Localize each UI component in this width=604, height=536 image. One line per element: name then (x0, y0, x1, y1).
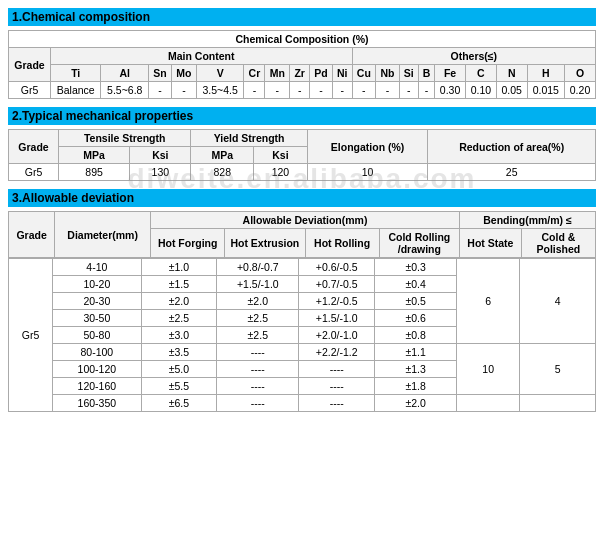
dev-hotroll-1: +0.7/-0.5 (299, 276, 375, 293)
hot-extrusion-header: Hot Extrusion (225, 229, 305, 258)
mech-reduction: 25 (428, 164, 596, 181)
dev-grade-cell: Gr5 (9, 259, 53, 412)
si-header: Si (399, 65, 418, 82)
dev-diameter-8: 160-350 (53, 395, 141, 412)
main-content-header: Main Content (50, 48, 352, 65)
reduction-header: Reduction of area(%) (428, 130, 596, 164)
chem-n: 0.05 (496, 82, 527, 99)
chem-b: - (418, 82, 434, 99)
chem-sn: - (149, 82, 172, 99)
chem-ni: - (332, 82, 352, 99)
o-header: O (565, 65, 596, 82)
dev-grade-header: Grade (9, 212, 55, 258)
mechanical-section: 2.Typical mechanical properties Grade Te… (8, 107, 596, 181)
dev-hotextr-5: ---- (217, 344, 299, 361)
dev-hotstate-8 (457, 395, 520, 412)
mech-yield-mpa: 828 (191, 164, 254, 181)
mn-header: Mn (265, 65, 290, 82)
deviation-data-table: Gr5 4-10 ±1.0 +0.8/-0.7 +0.6/-0.5 ±0.3 6… (8, 258, 596, 412)
dev-diameter-2: 20-30 (53, 293, 141, 310)
dev-coldroll-2: ±0.5 (375, 293, 457, 310)
chem-grade: Gr5 (9, 82, 51, 99)
dev-allowable-header: Allowable Deviation(mm) (151, 212, 460, 229)
dev-hotextr-4: ±2.5 (217, 327, 299, 344)
dev-hotextr-7: ---- (217, 378, 299, 395)
chem-fe: 0.30 (435, 82, 466, 99)
dev-hotroll-7: ---- (299, 378, 375, 395)
dev-coldroll-4: ±0.8 (375, 327, 457, 344)
mechanical-title: 2.Typical mechanical properties (8, 107, 596, 125)
dev-hotforge-2: ±2.0 (141, 293, 217, 310)
tensile-header: Tensile Strength (59, 130, 191, 147)
chem-cr: - (244, 82, 265, 99)
chem-cu: - (352, 82, 376, 99)
dev-diameter-5: 80-100 (53, 344, 141, 361)
mech-elongation: 10 (307, 164, 427, 181)
dev-hotstate-0: 6 (457, 259, 520, 344)
chemical-title: 1.Chemical composition (8, 8, 596, 26)
chemical-table: Chemical Composition (%) Grade Main Cont… (8, 30, 596, 99)
dev-coldroll-1: ±0.4 (375, 276, 457, 293)
dev-hotextr-8: ---- (217, 395, 299, 412)
dev-diameter-header: Diameter(mm) (55, 212, 151, 258)
fe-header: Fe (435, 65, 466, 82)
dev-hotroll-0: +0.6/-0.5 (299, 259, 375, 276)
dev-hotroll-5: +2.2/-1.2 (299, 344, 375, 361)
chemical-section: 1.Chemical composition Chemical Composit… (8, 8, 596, 99)
yield-mpa-header: MPa (191, 147, 254, 164)
dev-hotextr-3: ±2.5 (217, 310, 299, 327)
deviation-title: 3.Allowable deviation (8, 189, 596, 207)
dev-hotroll-8: ---- (299, 395, 375, 412)
cr-header: Cr (244, 65, 265, 82)
dev-hotroll-6: ---- (299, 361, 375, 378)
n-header: N (496, 65, 527, 82)
table-row: 80-100 ±3.5 ---- +2.2/-1.2 ±1.1 10 5 (9, 344, 596, 361)
dev-coldroll-0: ±0.3 (375, 259, 457, 276)
dev-hotroll-3: +1.5/-1.0 (299, 310, 375, 327)
pd-header: Pd (309, 65, 332, 82)
dev-hotextr-6: ---- (217, 361, 299, 378)
dev-hotforge-1: ±1.5 (141, 276, 217, 293)
c-header: C (465, 65, 496, 82)
mechanical-table: Grade Tensile Strength Yield Strength El… (8, 129, 596, 181)
tensile-ksi-header: Ksi (130, 147, 191, 164)
mech-yield-ksi: 120 (254, 164, 308, 181)
chem-pd: - (309, 82, 332, 99)
sn-header: Sn (149, 65, 172, 82)
dev-diameter-3: 30-50 (53, 310, 141, 327)
dev-diameter-4: 50-80 (53, 327, 141, 344)
chem-nb: - (376, 82, 400, 99)
cold-rolling-header: Cold Rolling /drawing (379, 229, 459, 258)
h-header: H (527, 65, 564, 82)
dev-diameter-1: 10-20 (53, 276, 141, 293)
chem-mo: - (171, 82, 196, 99)
chem-o: 0.20 (565, 82, 596, 99)
chem-c: 0.10 (465, 82, 496, 99)
dev-hotforge-4: ±3.0 (141, 327, 217, 344)
yield-ksi-header: Ksi (254, 147, 308, 164)
dev-coldpol-0: 4 (520, 259, 596, 344)
chem-al: 5.5~6.8 (101, 82, 149, 99)
dev-coldroll-8: ±2.0 (375, 395, 457, 412)
dev-hotroll-2: +1.2/-0.5 (299, 293, 375, 310)
dev-diameter-0: 4-10 (53, 259, 141, 276)
grade-header: Grade (9, 48, 51, 82)
dev-diameter-7: 120-160 (53, 378, 141, 395)
hot-state-header: Hot State (460, 229, 522, 258)
dev-hotforge-0: ±1.0 (141, 259, 217, 276)
dev-coldpol-8 (520, 395, 596, 412)
al-header: Al (101, 65, 149, 82)
hot-rolling-header: Hot Rolling (305, 229, 379, 258)
chem-v: 3.5~4.5 (196, 82, 244, 99)
mo-header: Mo (171, 65, 196, 82)
dev-coldroll-5: ±1.1 (375, 344, 457, 361)
mech-tensile-mpa: 895 (59, 164, 130, 181)
dev-hotforge-8: ±6.5 (141, 395, 217, 412)
chem-h: 0.015 (527, 82, 564, 99)
dev-coldroll-6: ±1.3 (375, 361, 457, 378)
dev-hotforge-7: ±5.5 (141, 378, 217, 395)
ni-header: Ni (332, 65, 352, 82)
cold-polished-header: Cold & Polished (521, 229, 595, 258)
dev-coldpol-5: 5 (520, 344, 596, 395)
dev-coldroll-7: ±1.8 (375, 378, 457, 395)
